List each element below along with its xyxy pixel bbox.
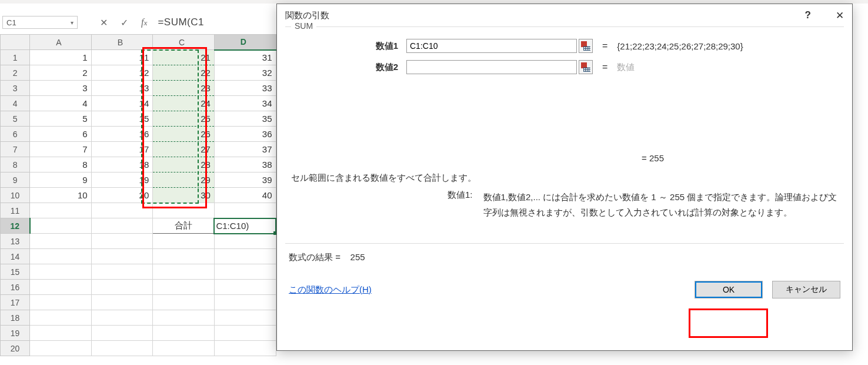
row-head[interactable]: 2 bbox=[1, 65, 30, 81]
row-head[interactable]: 15 bbox=[1, 264, 30, 280]
cell[interactable]: 28 bbox=[153, 157, 215, 172]
cell[interactable] bbox=[153, 295, 215, 310]
cell[interactable] bbox=[30, 280, 92, 295]
cell[interactable]: 25 bbox=[153, 111, 215, 127]
cell[interactable] bbox=[91, 203, 153, 218]
cell[interactable] bbox=[214, 280, 276, 295]
cell[interactable] bbox=[30, 218, 92, 234]
cell[interactable]: 17 bbox=[91, 142, 153, 157]
cell[interactable]: 33 bbox=[214, 81, 276, 96]
cell[interactable]: 2 bbox=[30, 65, 92, 81]
cell[interactable] bbox=[214, 203, 276, 218]
cell[interactable]: 18 bbox=[91, 157, 153, 172]
row-head[interactable]: 4 bbox=[1, 96, 30, 111]
cell[interactable]: 6 bbox=[30, 127, 92, 142]
cell[interactable]: 40 bbox=[214, 188, 276, 203]
cell[interactable]: 14 bbox=[91, 96, 153, 111]
cell[interactable] bbox=[214, 326, 276, 341]
cell[interactable] bbox=[30, 295, 92, 310]
row-head[interactable]: 11 bbox=[1, 203, 30, 218]
cell[interactable] bbox=[91, 341, 153, 356]
cell[interactable] bbox=[153, 264, 215, 280]
col-head-B[interactable]: B bbox=[91, 35, 153, 50]
function-help-link[interactable]: この関数のヘルプ(H) bbox=[289, 284, 372, 296]
row-head[interactable]: 1 bbox=[1, 50, 30, 65]
collapse-dialog-icon[interactable] bbox=[579, 60, 593, 74]
arg2-input[interactable] bbox=[406, 60, 577, 74]
cell[interactable]: 30 bbox=[153, 188, 215, 203]
cell[interactable] bbox=[30, 234, 92, 249]
cell[interactable] bbox=[153, 234, 215, 249]
cell[interactable] bbox=[214, 264, 276, 280]
row-head[interactable]: 6 bbox=[1, 127, 30, 142]
cell[interactable] bbox=[30, 341, 92, 356]
cancel-button[interactable]: キャンセル bbox=[772, 281, 840, 298]
cell[interactable] bbox=[153, 326, 215, 341]
cell[interactable]: 15 bbox=[91, 111, 153, 127]
cell[interactable]: 11 bbox=[91, 50, 153, 65]
arg1-input[interactable] bbox=[406, 39, 577, 53]
col-head-D[interactable]: D bbox=[214, 35, 276, 50]
cell[interactable] bbox=[214, 310, 276, 326]
cell[interactable]: 5 bbox=[30, 111, 92, 127]
cell[interactable]: 37 bbox=[214, 142, 276, 157]
cell[interactable] bbox=[153, 280, 215, 295]
cell[interactable]: 1 bbox=[30, 50, 92, 65]
cell[interactable]: 9 bbox=[30, 172, 92, 188]
cell[interactable]: 20 bbox=[91, 188, 153, 203]
sum-label-cell[interactable]: 合計 bbox=[153, 218, 215, 234]
cell[interactable] bbox=[91, 249, 153, 264]
cell[interactable]: 29 bbox=[153, 172, 215, 188]
ok-button[interactable]: OK bbox=[695, 281, 763, 298]
row-head[interactable]: 9 bbox=[1, 172, 30, 188]
row-head[interactable]: 19 bbox=[1, 326, 30, 341]
row-head[interactable]: 18 bbox=[1, 310, 30, 326]
cell[interactable]: 23 bbox=[153, 81, 215, 96]
cell[interactable] bbox=[30, 326, 92, 341]
cell[interactable] bbox=[214, 341, 276, 356]
cell[interactable]: 13 bbox=[91, 81, 153, 96]
cell[interactable] bbox=[91, 310, 153, 326]
cell[interactable] bbox=[91, 218, 153, 234]
fx-icon[interactable]: fx bbox=[141, 17, 147, 28]
row-head[interactable]: 7 bbox=[1, 142, 30, 157]
cell[interactable] bbox=[91, 295, 153, 310]
cell[interactable]: 26 bbox=[153, 127, 215, 142]
cell[interactable]: 21 bbox=[153, 50, 215, 65]
cell[interactable] bbox=[153, 203, 215, 218]
cell[interactable]: 24 bbox=[153, 96, 215, 111]
cell[interactable] bbox=[30, 310, 92, 326]
cell[interactable] bbox=[214, 249, 276, 264]
spreadsheet-grid[interactable]: A B C D 11112131 22122232 33132333 44142… bbox=[0, 34, 276, 356]
cell[interactable]: 12 bbox=[91, 65, 153, 81]
cell[interactable] bbox=[153, 341, 215, 356]
cell[interactable] bbox=[153, 249, 215, 264]
row-head[interactable]: 16 bbox=[1, 280, 30, 295]
cell[interactable]: 35 bbox=[214, 111, 276, 127]
active-formula-cell[interactable]: C1:C10) bbox=[214, 218, 276, 234]
cell[interactable] bbox=[153, 310, 215, 326]
select-all-corner[interactable] bbox=[1, 35, 30, 50]
cell[interactable]: 27 bbox=[153, 142, 215, 157]
cell[interactable] bbox=[30, 203, 92, 218]
cell[interactable]: 36 bbox=[214, 127, 276, 142]
cell[interactable]: 39 bbox=[214, 172, 276, 188]
help-icon[interactable]: ? bbox=[805, 9, 811, 21]
cell[interactable]: 19 bbox=[91, 172, 153, 188]
row-head[interactable]: 20 bbox=[1, 341, 30, 356]
row-head[interactable]: 12 bbox=[1, 218, 30, 234]
cell[interactable]: 7 bbox=[30, 142, 92, 157]
row-head[interactable]: 10 bbox=[1, 188, 30, 203]
row-head[interactable]: 8 bbox=[1, 157, 30, 172]
row-head[interactable]: 3 bbox=[1, 81, 30, 96]
cell[interactable] bbox=[91, 234, 153, 249]
row-head[interactable]: 13 bbox=[1, 234, 30, 249]
cell[interactable]: 22 bbox=[153, 65, 215, 81]
col-head-A[interactable]: A bbox=[30, 35, 92, 50]
col-head-C[interactable]: C bbox=[153, 35, 215, 50]
row-head[interactable]: 14 bbox=[1, 249, 30, 264]
cell[interactable]: 3 bbox=[30, 81, 92, 96]
cell[interactable] bbox=[30, 264, 92, 280]
collapse-dialog-icon[interactable] bbox=[579, 39, 593, 53]
cell[interactable]: 38 bbox=[214, 157, 276, 172]
